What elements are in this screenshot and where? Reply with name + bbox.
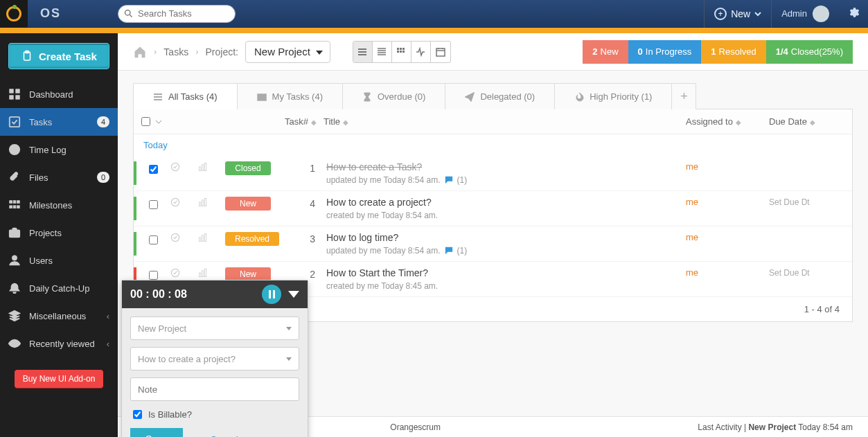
billable-row[interactable]: Is Billable? <box>130 408 299 421</box>
status-pills: 2New 0In Progress 1Resolved 1/4Closed(25… <box>583 40 853 64</box>
top-bar: OS + New Admin <box>0 0 868 28</box>
sidebar-item-users[interactable]: Users <box>0 247 118 274</box>
chart-icon[interactable] <box>197 161 209 172</box>
billable-checkbox[interactable] <box>133 410 142 419</box>
breadcrumb-tasks[interactable]: Tasks <box>163 46 188 57</box>
breadcrumb-sep: › <box>154 46 157 57</box>
sidebar-item-miscellaneous[interactable]: Miscellaneous‹ <box>0 302 118 330</box>
svg-rect-8 <box>10 117 19 127</box>
task-title[interactable]: How to Start the Timer? <box>326 267 686 278</box>
group-today: Today <box>134 134 852 156</box>
sidebar-item-recently-viewed[interactable]: Recently viewed‹ <box>0 330 118 357</box>
create-task-label: Create Task <box>39 51 97 62</box>
flag-icon[interactable] <box>170 161 181 172</box>
sidebar-item-dashboard[interactable]: Dashboard <box>0 80 118 108</box>
task-subtext: created by me Today 8:45 am. <box>326 281 686 291</box>
due-date[interactable]: Set Due Dt <box>769 268 810 278</box>
svg-rect-11 <box>13 201 16 204</box>
sidebar-badge: 0 <box>97 172 109 183</box>
col-assigned[interactable]: Assigned to <box>686 116 733 127</box>
collapse-icon[interactable] <box>288 291 299 298</box>
view-list-compact[interactable] <box>353 42 373 62</box>
home-icon[interactable] <box>133 45 147 59</box>
app-logo[interactable] <box>0 0 28 28</box>
assigned-to[interactable]: me <box>686 197 698 207</box>
search-input[interactable] <box>118 5 236 23</box>
task-subtext: updated by me Today 8:54 am. (1) <box>326 246 686 256</box>
timer-note-input[interactable] <box>130 377 299 401</box>
col-tasknum[interactable]: Task# <box>285 116 308 127</box>
settings-button[interactable] <box>839 6 868 21</box>
task-number: 2 <box>287 267 322 280</box>
svg-rect-45 <box>199 202 200 206</box>
tab-all-tasks-[interactable]: All Tasks (4) <box>133 83 238 109</box>
flag-icon[interactable] <box>170 197 181 208</box>
sidebar-item-files[interactable]: Files0 <box>0 163 118 191</box>
svg-rect-28 <box>402 48 405 50</box>
row-checkbox[interactable] <box>149 271 158 280</box>
sidebar: Create Task DashboardTasks4Time LogFiles… <box>0 33 118 437</box>
svg-rect-54 <box>202 271 203 277</box>
svg-rect-16 <box>10 230 19 237</box>
table-row[interactable]: New4How to create a project?created by m… <box>134 191 852 226</box>
pause-button[interactable] <box>262 285 281 304</box>
status-badge[interactable]: New <box>225 267 271 281</box>
sidebar-item-tasks[interactable]: Tasks4 <box>0 108 118 136</box>
assigned-to[interactable]: me <box>686 232 698 242</box>
table-row[interactable]: Resolved3How to log time?updated by me T… <box>134 226 852 262</box>
sidebar-item-milestones[interactable]: Milestones <box>0 191 118 219</box>
add-tab-button[interactable]: + <box>671 83 696 109</box>
col-title[interactable]: Title <box>324 116 340 127</box>
col-due[interactable]: Due Date <box>769 116 807 127</box>
chevron-down-icon[interactable] <box>155 118 162 125</box>
task-title[interactable]: How to log time? <box>326 232 686 243</box>
timer-save-button[interactable]: Save <box>130 428 183 437</box>
project-select[interactable]: New Project <box>245 41 330 63</box>
timer-project-select[interactable]: New Project <box>130 316 299 340</box>
chart-icon[interactable] <box>197 267 209 278</box>
row-checkbox[interactable] <box>149 235 158 244</box>
pill-closed[interactable]: 1/4Closed(25%) <box>766 40 853 64</box>
task-title[interactable]: How to create a Task? <box>326 161 686 172</box>
row-checkbox[interactable] <box>149 165 158 174</box>
timer-cancel-link[interactable]: Cancel <box>210 434 238 438</box>
tab-my-tasks-[interactable]: My Tasks (4) <box>237 83 343 109</box>
pill-new[interactable]: 2New <box>583 40 628 64</box>
chevron-down-icon <box>286 357 292 361</box>
sidebar-item-projects[interactable]: Projects <box>0 219 118 247</box>
assigned-to[interactable]: me <box>686 161 698 172</box>
sidebar-item-label: Miscellaneous <box>29 311 86 321</box>
avatar <box>813 6 829 22</box>
view-list-detail[interactable] <box>373 42 392 62</box>
flag-icon[interactable] <box>170 232 181 243</box>
row-checkbox[interactable] <box>149 200 158 209</box>
timer-task-select[interactable]: How to create a project? <box>130 347 299 371</box>
due-date[interactable]: Set Due Dt <box>769 197 810 207</box>
flag-icon[interactable] <box>170 267 181 278</box>
chart-icon[interactable] <box>197 197 209 208</box>
buy-addon-button[interactable]: Buy New UI Add-on <box>15 370 104 388</box>
pill-resolved[interactable]: 1Resolved <box>701 40 765 64</box>
create-task-button[interactable]: Create Task <box>8 43 109 69</box>
status-badge[interactable]: Resolved <box>225 232 279 246</box>
view-calendar[interactable] <box>431 42 450 62</box>
table-row[interactable]: Closed1How to create a Task?updated by m… <box>134 156 852 191</box>
pill-inprogress[interactable]: 0In Progress <box>628 40 702 64</box>
tab-high-priority-[interactable]: High Priority (1) <box>554 83 672 109</box>
view-grid[interactable] <box>392 42 411 62</box>
task-number: 3 <box>287 232 322 244</box>
user-menu[interactable]: Admin <box>772 6 839 22</box>
tab-delegated-[interactable]: Delegated (0) <box>445 83 555 109</box>
new-button[interactable]: + New <box>704 0 772 28</box>
task-title[interactable]: How to create a project? <box>326 197 686 208</box>
chart-icon[interactable] <box>197 232 209 243</box>
view-activity[interactable] <box>411 42 431 62</box>
status-badge[interactable]: Closed <box>225 161 271 175</box>
assigned-to[interactable]: me <box>686 267 698 278</box>
select-all-checkbox[interactable] <box>141 117 150 126</box>
svg-rect-26 <box>397 48 399 50</box>
tab-overdue-[interactable]: Overdue (0) <box>342 83 445 109</box>
status-badge[interactable]: New <box>225 197 271 211</box>
sidebar-item-time-log[interactable]: Time Log <box>0 136 118 163</box>
sidebar-item-daily-catch-up[interactable]: Daily Catch-Up <box>0 274 118 302</box>
